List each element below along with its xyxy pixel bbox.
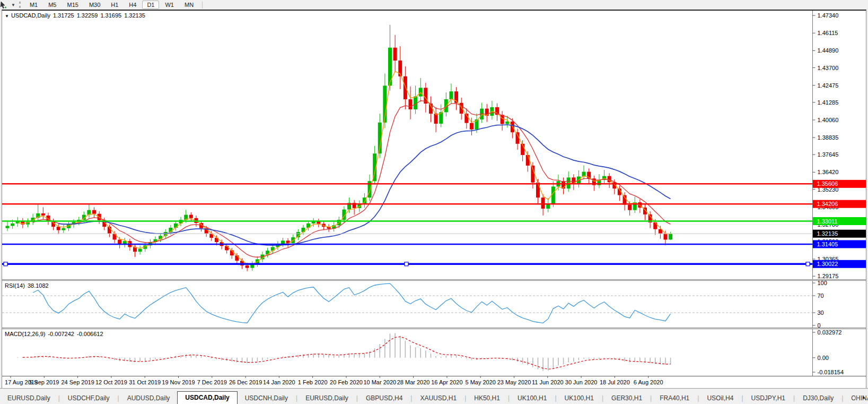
chart-tab-usoil-h4[interactable]: USOil,H4: [699, 393, 741, 404]
macd-histogram: [17, 333, 670, 371]
timeframe-button-h4[interactable]: H4: [124, 1, 141, 9]
chart-tab-uk100-h1[interactable]: UK100,H1: [557, 393, 601, 404]
price-tick: 1.47340: [818, 12, 839, 19]
chart-tab-dj30-daily[interactable]: DJ30,Daily: [795, 393, 841, 404]
date-tick: 14 Jan 2020: [263, 379, 295, 385]
tab-scroll-arrows: ◂ ▸: [850, 394, 865, 400]
chart-tab-usdcad-daily[interactable]: USDCAD,Daily: [177, 391, 237, 404]
chart-tab-bar: EURUSD,Daily|USDCHF,Daily|AUDUSD,DailyUS…: [0, 388, 868, 404]
ohlc-low: 1.31695: [100, 12, 121, 19]
timeframe-button-d1[interactable]: D1: [142, 1, 159, 9]
macd-signal-value: -0.006612: [77, 331, 103, 337]
macd-pane[interactable]: MACD(12,26,9)-0.007242-0.006612 0.032972…: [2, 329, 866, 376]
rsi-name: RSI(14): [5, 282, 25, 289]
timeframe-button-m30[interactable]: M30: [84, 1, 105, 9]
date-tick: 5 Sep 2019: [29, 379, 59, 385]
toolbar-separator: [202, 2, 203, 8]
cursor-dropdown-caret-icon[interactable]: ▼: [11, 3, 15, 7]
price-chart-canvas[interactable]: 1.473401.461151.448901.437001.424751.412…: [2, 11, 866, 279]
timeframe-button-m5[interactable]: M5: [43, 1, 61, 9]
chart-tab-usdcnh-daily[interactable]: USDCNH,Daily: [238, 393, 295, 404]
scroll-tabs-right-icon[interactable]: ▸: [863, 394, 865, 400]
date-tick: 20 Feb 2020: [330, 379, 363, 385]
date-tick: 1 Feb 2020: [298, 379, 328, 385]
ohlc-open: 1.31725: [53, 12, 74, 19]
price-label: 1.33011: [817, 218, 838, 225]
date-tick: 10 Mar 2020: [363, 379, 396, 385]
date-tick: 28 Mar 2020: [397, 379, 430, 385]
chart-tab-hk50-h1[interactable]: HK50,H1: [467, 393, 507, 404]
rsi-tick: 30: [818, 310, 824, 316]
timeframe-button-m15[interactable]: M15: [62, 1, 83, 9]
chart-title: ▼USDCAD,Daily1.317251.322591.316951.3213…: [5, 12, 148, 19]
chart-tab-usdjpy-h1[interactable]: USDJPY,H1: [744, 393, 793, 404]
date-tick: 26 Dec 2019: [229, 379, 262, 385]
timeframe-button-mn[interactable]: MN: [180, 1, 198, 9]
date-tick: 11 Jun 2020: [532, 379, 564, 385]
price-tick: 1.43700: [818, 65, 839, 71]
chart-tabs: EURUSD,Daily|USDCHF,Daily|AUDUSD,DailyUS…: [0, 391, 868, 404]
toolbar-grip[interactable]: [19, 2, 21, 8]
chart-tab-eurusd-daily[interactable]: EURUSD,Daily: [0, 393, 58, 404]
cursor-tool-icon[interactable]: [0, 1, 11, 9]
rsi-label: RSI(14)38.1082: [5, 282, 51, 289]
price-tick: 1.40060: [818, 117, 839, 123]
macd-canvas[interactable]: 0.0329720.00-0.018154: [2, 329, 866, 376]
date-tick: 18 Jul 2020: [600, 379, 630, 385]
symbol-dropdown-icon[interactable]: ▼: [5, 14, 9, 19]
price-tick: 1.42475: [818, 82, 839, 89]
timeframe-buttons: M1M5M15M30H1H4D1W1MN: [24, 1, 199, 9]
date-tick: 7 Dec 2019: [197, 379, 227, 385]
ohlc-close: 1.32135: [124, 12, 145, 19]
price-tick: 1.44890: [818, 47, 839, 54]
macd-tick: 0.032972: [818, 329, 842, 336]
date-tick: 23 May 2020: [497, 379, 531, 385]
price-tick: 1.46115: [818, 30, 838, 36]
chart-tab-audusd-daily[interactable]: AUDUSD,Daily: [120, 393, 178, 404]
date-tick: 5 May 2020: [465, 379, 495, 385]
hline-handle[interactable]: [405, 262, 408, 266]
macd-signal-line: [23, 337, 671, 369]
date-tick: 16 Apr 2020: [431, 379, 462, 385]
rsi-pane[interactable]: RSI(14)38.1082 10070300: [2, 281, 866, 328]
price-label: 1.30022: [817, 261, 838, 267]
chart-tab-eurusd-daily[interactable]: EURUSD,Daily: [298, 393, 356, 404]
macd-label: MACD(12,26,9)-0.007242-0.006612: [5, 331, 106, 337]
timeframe-button-m1[interactable]: M1: [25, 1, 42, 9]
chart-tab-usdchf-daily[interactable]: USDCHF,Daily: [60, 393, 117, 404]
date-tick: 24 Sep 2019: [61, 379, 94, 385]
chart-tab-ger30-h1[interactable]: GER30,H1: [604, 393, 650, 404]
price-tick: 1.29175: [818, 273, 839, 279]
chart-tab-uk100-h1[interactable]: UK100,H1: [510, 393, 554, 404]
scroll-tabs-left-icon[interactable]: ◂: [854, 394, 857, 400]
rsi-tick: 0: [818, 322, 821, 328]
rsi-value: 38.1082: [28, 282, 49, 289]
macd-tick: 0.00: [818, 355, 829, 361]
price-tick: 1.37645: [818, 151, 839, 158]
price-tick: 1.36420: [818, 169, 839, 175]
ohlc-high: 1.32259: [77, 12, 98, 19]
chart-window[interactable]: ▼USDCAD,Daily1.317251.322591.316951.3213…: [2, 10, 866, 389]
rsi-line: [33, 283, 671, 323]
date-axis[interactable]: 17 Aug 20195 Sep 201924 Sep 201912 Oct 2…: [2, 376, 866, 388]
price-pane[interactable]: ▼USDCAD,Daily1.317251.322591.316951.3213…: [2, 11, 866, 279]
symbol-title: USDCAD,Daily: [11, 12, 50, 19]
macd-tick: -0.018154: [818, 369, 844, 375]
date-tick: 19 Nov 2019: [162, 379, 195, 385]
price-tick: 1.41285: [818, 99, 839, 106]
macd-main-value: -0.007242: [48, 331, 74, 337]
rsi-canvas[interactable]: 10070300: [2, 281, 866, 328]
rsi-tick: 100: [818, 281, 827, 286]
date-tick: 30 Jun 2020: [565, 379, 598, 385]
price-tick: 1.38835: [818, 134, 839, 141]
timeframe-button-w1[interactable]: W1: [160, 1, 179, 9]
date-tick: 31 Oct 2019: [129, 379, 161, 385]
chart-tab-gbpusd-h4[interactable]: GBPUSD,H4: [358, 393, 410, 404]
chart-tab-fra40-h1[interactable]: FRA40,H1: [652, 393, 697, 404]
hline-handle[interactable]: [806, 262, 810, 266]
timeframe-button-h1[interactable]: H1: [106, 1, 123, 9]
price-label: 1.34206: [817, 201, 838, 207]
hline-handle[interactable]: [4, 262, 7, 266]
chart-tab-xauusd-h1[interactable]: XAUUSD,H1: [413, 393, 464, 404]
date-tick: 12 Oct 2019: [95, 379, 127, 385]
